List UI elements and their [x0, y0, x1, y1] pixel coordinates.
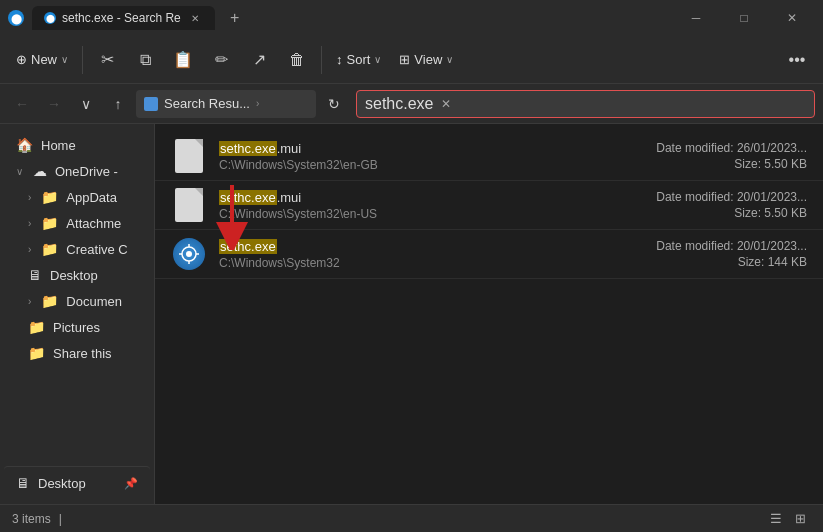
window-controls: ─ □ ✕: [673, 0, 815, 36]
new-button[interactable]: ⊕ New ∨: [8, 48, 76, 71]
app-icon: ⬤: [8, 10, 24, 26]
chevron-right-icon: ›: [28, 244, 31, 255]
file-item-1[interactable]: sethc.exe.mui C:\Windows\System32\en-GB …: [155, 132, 823, 181]
active-tab[interactable]: ⬤ sethc.exe - Search Re ✕: [32, 6, 215, 30]
search-box[interactable]: sethc.exe ✕: [356, 90, 815, 118]
onedrive-icon: ☁: [33, 163, 47, 179]
file-icon-3: [171, 236, 207, 272]
file-icon-1: [171, 138, 207, 174]
copy-button[interactable]: ⧉: [127, 42, 163, 78]
back-button[interactable]: ←: [8, 90, 36, 118]
view-label: View: [414, 52, 442, 67]
view-button[interactable]: ⊞ View ∨: [391, 48, 461, 71]
sidebar-item-onedrive[interactable]: ∨ ☁ OneDrive -: [4, 158, 150, 184]
chevron-right-icon: ›: [28, 218, 31, 229]
new-tab-button[interactable]: +: [223, 6, 247, 30]
file-meta-1: Date modified: 26/01/2023... Size: 5.50 …: [656, 141, 807, 171]
close-button[interactable]: ✕: [769, 0, 815, 36]
address-bar: ← → ∨ ↑ Search Resu... › ↻ sethc.exe ✕: [0, 84, 823, 124]
file-item-2[interactable]: sethc.exe.mui C:\Windows\System32\en-US …: [155, 181, 823, 230]
share-button[interactable]: ↗: [241, 42, 277, 78]
sort-chevron-icon: ∨: [374, 54, 381, 65]
desktop-bottom-icon: 🖥: [16, 475, 30, 491]
title-bar: ⬤ ⬤ sethc.exe - Search Re ✕ + ─ □ ✕: [0, 0, 823, 36]
file-name-suffix-2: .mui: [277, 190, 302, 205]
path-label: Search Resu...: [164, 96, 250, 111]
sort-icon: ↕: [336, 52, 343, 67]
sidebar-item-desktop-bottom[interactable]: 🖥 Desktop 📌: [4, 466, 150, 496]
tab-title: sethc.exe - Search Re: [62, 11, 181, 25]
minimize-button[interactable]: ─: [673, 0, 719, 36]
folder-icon: 📁: [41, 241, 58, 257]
search-clear-button[interactable]: ✕: [437, 95, 455, 113]
chevron-right-icon: ›: [28, 296, 31, 307]
sidebar-item-desktop[interactable]: 🖥 Desktop: [4, 262, 150, 288]
list-view-button[interactable]: ☰: [765, 508, 787, 530]
sidebar-item-attachments[interactable]: › 📁 Attachme: [4, 210, 150, 236]
grid-view-button[interactable]: ⊞: [789, 508, 811, 530]
sidebar-label-creative: Creative C: [66, 242, 127, 257]
view-toggle-buttons: ☰ ⊞: [765, 508, 811, 530]
sidebar-item-sharethis[interactable]: 📁 Share this: [4, 340, 150, 366]
doc-icon: [175, 188, 203, 222]
sort-button[interactable]: ↕ Sort ∨: [328, 48, 389, 71]
new-label: New: [31, 52, 57, 67]
dropdown-button[interactable]: ∨: [72, 90, 100, 118]
folder-icon: 📁: [41, 215, 58, 231]
address-path[interactable]: Search Resu... ›: [136, 90, 316, 118]
file-path-2: C:\Windows\System32\en-US: [219, 207, 644, 221]
file-name-suffix-1: .mui: [277, 141, 302, 156]
sidebar-label-documents: Documen: [66, 294, 122, 309]
sidebar-item-home[interactable]: 🏠 Home: [4, 132, 150, 158]
file-meta-3: Date modified: 20/01/2023... Size: 144 K…: [656, 239, 807, 269]
sidebar-label-appdata: AppData: [66, 190, 117, 205]
pin-icon: 📌: [124, 477, 138, 490]
file-name-area-1: sethc.exe.mui C:\Windows\System32\en-GB: [219, 141, 644, 172]
rename-button[interactable]: ✏: [203, 42, 239, 78]
delete-button[interactable]: 🗑: [279, 42, 315, 78]
file-name-highlight-3: sethc.exe: [219, 239, 277, 254]
sidebar-item-creative[interactable]: › 📁 Creative C: [4, 236, 150, 262]
file-size-3: Size: 144 KB: [656, 255, 807, 269]
file-name-area-3: sethc.exe C:\Windows\System32: [219, 239, 644, 270]
sidebar-item-pictures[interactable]: 📁 Pictures: [4, 314, 150, 340]
toolbar: ⊕ New ∨ ✂ ⧉ 📋 ✏ ↗ 🗑 ↕ Sort ∨ ⊞ View ∨ ••…: [0, 36, 823, 84]
path-chevron-icon: ›: [256, 98, 259, 109]
toolbar-separator-1: [82, 46, 83, 74]
sort-label: Sort: [347, 52, 371, 67]
folder-icon: 📁: [41, 293, 58, 309]
maximize-button[interactable]: □: [721, 0, 767, 36]
more-options-button[interactable]: •••: [779, 42, 815, 78]
sidebar-label-desktop: Desktop: [50, 268, 98, 283]
cut-button[interactable]: ✂: [89, 42, 125, 78]
file-name-area-2: sethc.exe.mui C:\Windows\System32\en-US: [219, 190, 644, 221]
paste-button[interactable]: 📋: [165, 42, 201, 78]
view-icon: ⊞: [399, 52, 410, 67]
tab-icon: ⬤: [44, 12, 56, 24]
sidebar-item-appdata[interactable]: › 📁 AppData: [4, 184, 150, 210]
file-name-highlight-1: sethc.exe: [219, 141, 277, 156]
file-item-3[interactable]: sethc.exe C:\Windows\System32 Date modif…: [155, 230, 823, 279]
file-meta-2: Date modified: 20/01/2023... Size: 5.50 …: [656, 190, 807, 220]
up-button[interactable]: ↑: [104, 90, 132, 118]
file-modified-3: Date modified: 20/01/2023...: [656, 239, 807, 253]
forward-button[interactable]: →: [40, 90, 68, 118]
search-text: sethc.exe: [365, 95, 433, 113]
svg-point-1: [186, 251, 192, 257]
sidebar-label-home: Home: [41, 138, 76, 153]
sidebar-label-sharethis: Share this: [53, 346, 112, 361]
tab-close-button[interactable]: ✕: [187, 10, 203, 26]
folder-icon: 📁: [28, 319, 45, 335]
file-name-2: sethc.exe.mui: [219, 190, 644, 205]
sidebar-label-pictures: Pictures: [53, 320, 100, 335]
refresh-button[interactable]: ↻: [320, 90, 348, 118]
exe-icon: [173, 238, 205, 270]
file-modified-2: Date modified: 20/01/2023...: [656, 190, 807, 204]
sidebar-item-documents[interactable]: › 📁 Documen: [4, 288, 150, 314]
desktop-icon: 🖥: [28, 267, 42, 283]
sidebar-label-attachments: Attachme: [66, 216, 121, 231]
file-modified-1: Date modified: 26/01/2023...: [656, 141, 807, 155]
home-icon: 🏠: [16, 137, 33, 153]
chevron-right-icon: ›: [28, 192, 31, 203]
file-name-1: sethc.exe.mui: [219, 141, 644, 156]
